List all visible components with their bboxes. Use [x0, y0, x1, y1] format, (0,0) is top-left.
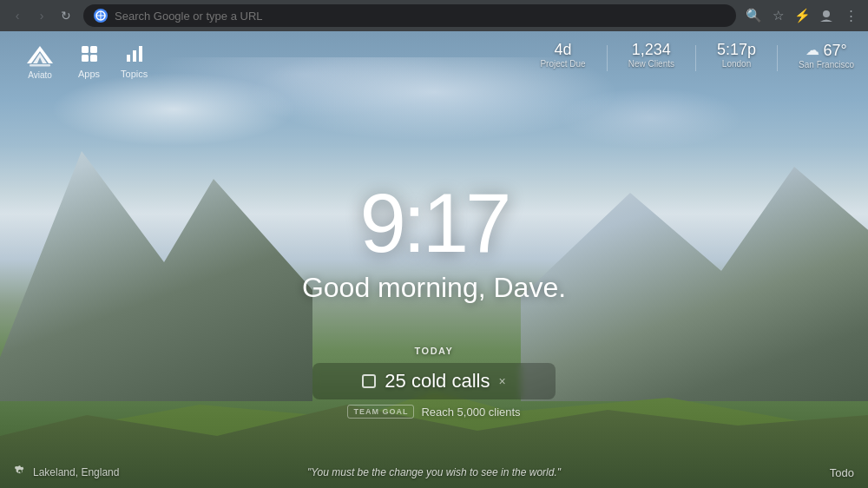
stat-divider-2: [695, 45, 696, 71]
browser-toolbar: ‹ › ↻ 🔍 ☆ ⚡ ⋮: [0, 0, 868, 31]
greeting-text: Good morning, Dave.: [302, 272, 566, 304]
svg-rect-12: [133, 50, 136, 62]
refresh-button[interactable]: ↻: [56, 5, 76, 26]
project-due-label: Project Due: [540, 59, 585, 69]
svg-rect-13: [139, 46, 142, 62]
address-bar[interactable]: [83, 4, 736, 27]
london-time-value: 5:17p: [717, 42, 756, 57]
menu-icon[interactable]: ⋮: [840, 5, 861, 26]
today-label: TODAY: [312, 346, 556, 356]
browser-window: ‹ › ↻ 🔍 ☆ ⚡ ⋮: [0, 0, 868, 488]
bookmark-icon[interactable]: ☆: [767, 5, 788, 26]
svg-rect-9: [82, 55, 89, 62]
apps-icon: [80, 44, 99, 67]
team-goal-badge: TEAM GOAL: [347, 405, 414, 419]
logo-label: Aviato: [28, 70, 52, 80]
settings-icon[interactable]: [14, 465, 26, 480]
svg-point-3: [823, 10, 830, 17]
topics-label: Topics: [121, 69, 148, 79]
task-row: 25 cold calls ×: [312, 363, 556, 399]
topics-icon: [125, 44, 144, 67]
quote-text: "You must be the change you wish to see …: [307, 466, 561, 478]
nav-item-topics[interactable]: Topics: [112, 39, 156, 84]
extensions-icon[interactable]: ⚡: [792, 5, 812, 26]
svg-rect-10: [90, 55, 97, 62]
london-time-label: London: [722, 59, 751, 69]
center-content: 9:17 Good morning, Dave.: [302, 181, 566, 304]
stat-london-time[interactable]: 5:17p London: [717, 42, 756, 69]
stat-divider-3: [777, 45, 778, 71]
toolbar-actions: 🔍 ☆ ⚡ ⋮: [743, 5, 861, 26]
nav-buttons: ‹ › ↻: [7, 5, 76, 26]
team-goal-text: Reach 5,000 clients: [421, 406, 520, 419]
svg-rect-7: [82, 46, 89, 53]
stat-new-clients[interactable]: 1,234 New Clients: [628, 42, 674, 69]
task-text: 25 cold calls: [385, 370, 490, 392]
task-close-button[interactable]: ×: [498, 374, 505, 388]
stat-divider-1: [607, 45, 608, 71]
svg-rect-11: [127, 55, 130, 62]
svg-rect-6: [30, 64, 50, 67]
team-goal-row: TEAM GOAL Reach 5,000 clients: [312, 405, 556, 419]
weather-value: 67°: [823, 43, 846, 58]
favicon: [94, 9, 108, 23]
weather-label: San Francisco: [799, 60, 854, 69]
new-clients-value: 1,234: [632, 42, 671, 57]
new-tab-page: Aviato Apps: [0, 31, 868, 488]
aviato-logo-icon: [23, 44, 57, 69]
svg-rect-8: [90, 46, 97, 53]
clock-display: 9:17: [302, 181, 566, 265]
new-clients-label: New Clients: [628, 59, 674, 69]
stats-bar: 4d Project Due 1,234 New Clients 5:17p L…: [540, 42, 854, 71]
bottom-bar: Lakeland, England "You must be the chang…: [0, 457, 868, 488]
gear-svg: [14, 465, 26, 478]
search-icon[interactable]: 🔍: [743, 5, 764, 26]
forward-button[interactable]: ›: [31, 5, 52, 26]
stat-weather[interactable]: ☁ 67° San Francisco: [799, 42, 854, 69]
weather-row: ☁ 67°: [806, 42, 846, 58]
back-button[interactable]: ‹: [7, 5, 28, 26]
todo-button[interactable]: Todo: [830, 466, 854, 479]
nav-item-apps[interactable]: Apps: [69, 39, 108, 84]
bottom-left: Lakeland, England: [14, 465, 119, 480]
task-checkbox[interactable]: [362, 374, 376, 388]
aviato-logo[interactable]: Aviato: [14, 39, 66, 85]
profile-icon[interactable]: [816, 5, 837, 26]
url-input[interactable]: [115, 10, 726, 23]
project-due-value: 4d: [555, 42, 572, 57]
location-text: Lakeland, England: [33, 466, 119, 478]
cloud-icon: ☁: [806, 42, 819, 58]
apps-label: Apps: [78, 69, 100, 79]
stat-project-due[interactable]: 4d Project Due: [540, 42, 585, 69]
today-section: TODAY 25 cold calls × TEAM GOAL Reach 5,…: [312, 346, 556, 419]
